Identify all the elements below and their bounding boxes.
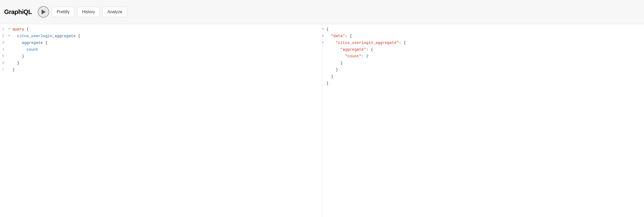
fold-arrow-1[interactable]: ▼ xyxy=(8,26,12,32)
editor-line-1: 1 ▼ query { xyxy=(0,26,322,33)
line-content-7: } xyxy=(12,67,318,73)
line-content-1: query { xyxy=(12,26,318,33)
result-line-5: "count": 2 xyxy=(322,53,644,60)
result-content-1: { xyxy=(326,26,640,33)
line-num-2: 2 xyxy=(0,33,8,39)
line-content-6: } xyxy=(12,60,318,67)
editor-line-6: 6 } xyxy=(0,60,322,67)
line-content-2: citus_userlogin_aggregate { xyxy=(12,33,318,40)
editor-line-2: 2 ▼ citus_userlogin_aggregate { xyxy=(0,33,322,40)
analyze-button[interactable]: Analyze xyxy=(102,7,127,17)
result-viewer: ▼ { ▼ "data": { ▼ "citus_userlogin_aggre… xyxy=(322,26,644,87)
fold-arrow-2[interactable]: ▼ xyxy=(8,33,12,38)
result-content-6: } xyxy=(326,60,640,67)
result-content-5: "count": 2 xyxy=(326,53,640,60)
result-line-9: } xyxy=(322,80,644,87)
result-content-2: "data": { xyxy=(326,33,640,40)
line-content-3: aggregate { xyxy=(12,40,318,46)
run-button[interactable] xyxy=(38,6,49,18)
editor-line-7: 7 } xyxy=(0,67,322,73)
result-fold-3[interactable]: ▼ xyxy=(322,40,326,45)
editor-line-3: 3 aggregate { xyxy=(0,40,322,46)
result-line-2: ▼ "data": { xyxy=(322,33,644,40)
editor-line-4: 4 count xyxy=(0,46,322,53)
result-line-6: } xyxy=(322,60,644,67)
result-line-7: } xyxy=(322,67,644,73)
line-num-7: 7 xyxy=(0,67,8,73)
result-line-3: ▼ "citus_userlogin_aggregate": { xyxy=(322,40,644,46)
toolbar: GraphiQL Prettify History Analyze xyxy=(0,0,644,24)
result-fold-2[interactable]: ▼ xyxy=(322,33,326,38)
result-content-3: "citus_userlogin_aggregate": { xyxy=(326,40,640,46)
result-line-1: ▼ { xyxy=(322,26,644,33)
result-content-7: } xyxy=(326,67,640,73)
line-num-1: 1 xyxy=(0,26,8,32)
line-content-4: count xyxy=(12,46,318,53)
line-content-5: } xyxy=(12,53,318,60)
line-num-6: 6 xyxy=(0,60,8,66)
result-line-4: "aggregate": { xyxy=(322,46,644,53)
result-content-9: } xyxy=(326,80,640,87)
play-icon xyxy=(42,10,46,14)
editor-line-5: 5 } xyxy=(0,53,322,60)
result-content-4: "aggregate": { xyxy=(326,46,640,53)
result-content-8: } xyxy=(326,73,640,80)
line-num-5: 5 xyxy=(0,53,8,59)
result-line-8: } xyxy=(322,73,644,80)
prettify-button[interactable]: Prettify xyxy=(52,7,75,17)
app-title: GraphiQL xyxy=(4,8,32,16)
main-area: 1 ▼ query { 2 ▼ citus_userlogin_aggregat… xyxy=(0,24,644,217)
app-container: GraphiQL Prettify History Analyze 1 ▼ qu… xyxy=(0,0,644,217)
line-num-3: 3 xyxy=(0,40,8,46)
result-fold-1[interactable]: ▼ xyxy=(322,26,326,32)
editor-panel[interactable]: 1 ▼ query { 2 ▼ citus_userlogin_aggregat… xyxy=(0,24,322,217)
line-num-4: 4 xyxy=(0,46,8,52)
history-button[interactable]: History xyxy=(77,7,100,17)
query-editor[interactable]: 1 ▼ query { 2 ▼ citus_userlogin_aggregat… xyxy=(0,26,322,73)
result-panel: ▼ { ▼ "data": { ▼ "citus_userlogin_aggre… xyxy=(322,24,644,217)
